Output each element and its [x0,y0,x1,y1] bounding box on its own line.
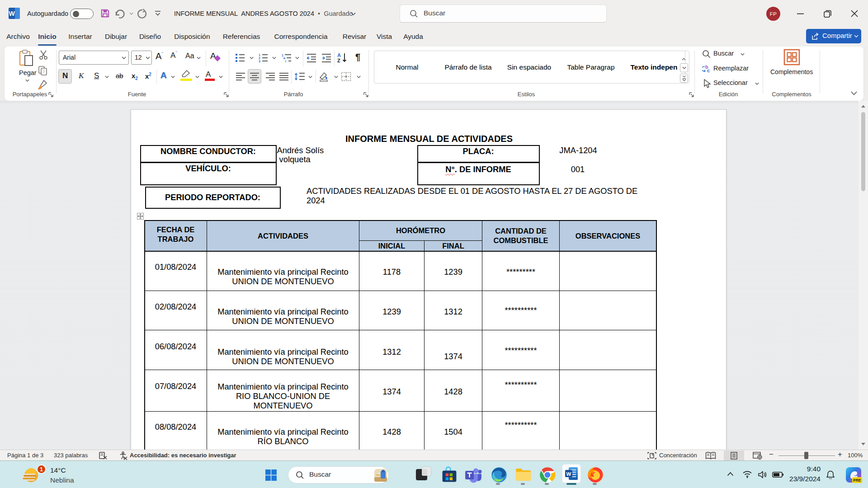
btn-justify[interactable] [279,72,289,81]
btn-reemplazar[interactable]: Reemplazar [713,65,749,72]
scrollbar [859,101,868,450]
tab-archivo[interactable]: Archivo [5,28,31,45]
btn-numbering[interactable]: 123 [258,53,268,62]
app-edge[interactable] [491,466,508,483]
btn-alignleft[interactable] [236,72,245,81]
word-application-window: W Autoguardado INFORME MENSUAL ANDRES AG… [0,0,868,488]
svg-text:2: 2 [259,56,260,60]
font-name[interactable]: Arial [59,51,129,65]
tab-insertar[interactable]: Insertar [67,28,94,45]
style-texto-independiente[interactable]: Texto indepen [623,51,685,83]
tray-copilot[interactable]: PRE [845,466,862,483]
taskbar-search[interactable]: Buscar [288,466,389,483]
undo [114,9,126,19]
btn-pegar[interactable] [17,50,36,68]
tab-revisar[interactable]: Revisar [340,28,368,45]
search-box[interactable]: Buscar [400,5,607,23]
svg-text:A: A [337,52,341,58]
app-firefox[interactable] [587,466,604,483]
style-table-paragraph[interactable]: Table Paragrap [562,51,620,83]
btn-compartir[interactable]: Compartir [806,29,861,43]
btn-formato[interactable] [38,80,48,90]
tab-referencias[interactable]: Referencias [222,28,261,45]
tab-correspondencia[interactable]: Correspondencia [271,28,330,45]
btn-sup[interactable]: x2 [145,72,151,80]
btn-borders[interactable] [341,72,351,81]
tab-ayuda[interactable]: Ayuda [402,28,425,45]
btn-shading[interactable] [319,71,330,82]
tab-diseno[interactable]: Diseño [138,28,162,45]
btn-pilcrow[interactable]: ¶ [355,52,360,62]
svg-text:1: 1 [259,53,260,56]
focus-mode: Concentración [659,450,697,461]
page-count: Página 1 de 3 [7,450,43,461]
btn-copiar[interactable] [38,66,48,75]
btn-indent[interactable] [321,53,331,62]
tray-bell [826,470,835,479]
style-normal[interactable]: Normal [379,51,435,83]
styles-gallery: Normal Párrafo de lista Sin espaciado Ta… [374,51,689,84]
tray-wifi [743,471,752,478]
tray-chevron [727,472,734,476]
btn-underline[interactable]: S [94,71,99,80]
zoom-slider[interactable] [804,452,808,459]
btn-restore[interactable] [824,10,831,18]
save-icon [100,8,110,19]
ribbon-inicio: Pegar Portapapeles Arial [5,47,863,101]
font-size[interactable]: 12 [131,51,152,65]
btn-seleccionar[interactable]: Seleccionar [713,79,748,86]
svg-text:3: 3 [259,60,260,62]
ribbon-tabs: Archivo Inicio Insertar Dibujar Diseño D… [0,28,868,47]
view-print [730,452,738,460]
word-count: 323 palabras [54,450,88,461]
style-sin-espaciado[interactable]: Sin espaciado [501,51,557,83]
style-parrafo-lista[interactable]: Párrafo de lista [440,51,496,83]
app-store[interactable] [441,466,458,483]
btn-minimize[interactable] [797,13,804,14]
title-bar: W Autoguardado INFORME MENSUAL ANDRES AG… [0,0,868,28]
btn-complementos[interactable] [783,49,800,66]
autosave-toggle[interactable] [70,9,94,19]
btn-bullets[interactable] [235,53,245,62]
app-teams[interactable] [465,466,482,483]
btn-linespacing[interactable] [294,72,305,81]
redo [137,8,148,19]
accessibility: Accesibilidad: es necesario investigar [130,450,236,461]
document-area: INFORME MENSUAL DE ACTIVIDADES NOMBRE CO… [0,101,868,450]
app-explorer[interactable] [515,466,532,483]
page-1: INFORME MENSUAL DE ACTIVIDADES NOMBRE CO… [131,109,726,450]
app-chrome[interactable] [539,466,556,483]
btn-italic[interactable]: K [79,71,84,80]
view-web [753,452,762,460]
btn-start[interactable] [265,469,277,481]
collapse-ribbon[interactable] [851,91,857,95]
word-logo: W [9,8,20,19]
svg-text:W: W [9,10,15,17]
btn-alignright[interactable] [265,72,275,81]
btn-buscar[interactable]: Buscar [713,50,734,57]
tab-inicio[interactable]: Inicio [37,28,57,45]
taskbar: 1 14°C Neblina Buscar [0,460,868,488]
tab-disposicion[interactable]: Disposición [172,28,212,45]
app-dark[interactable] [416,467,431,481]
btn-multilevel[interactable]: 1ai [282,53,292,62]
tab-dibujar[interactable]: Dibujar [103,28,129,45]
tray-volume [758,471,767,479]
weather-widget[interactable]: 1 14°C Neblina [20,464,110,486]
btn-texteffects[interactable]: A [160,70,167,80]
view-read [705,452,716,460]
svg-text:i: i [285,60,286,62]
btn-sub[interactable]: x2 [132,72,138,81]
btn-sort[interactable]: AZ [337,52,348,63]
account-avatar: FP [766,7,780,21]
tray-clock: 9:4023/9/2024 [789,464,821,485]
btn-strike[interactable]: ab [116,72,123,80]
status-bar: Página 1 de 3 323 palabras Accesibilidad… [0,450,868,460]
btn-outdent[interactable] [307,53,316,62]
btn-cortar[interactable] [39,50,48,60]
svg-text:a: a [283,56,285,60]
btn-close[interactable] [851,10,858,17]
zoom-level: 100% [848,450,863,461]
tab-vista[interactable]: Vista [376,28,393,45]
tray-battery [772,472,783,478]
